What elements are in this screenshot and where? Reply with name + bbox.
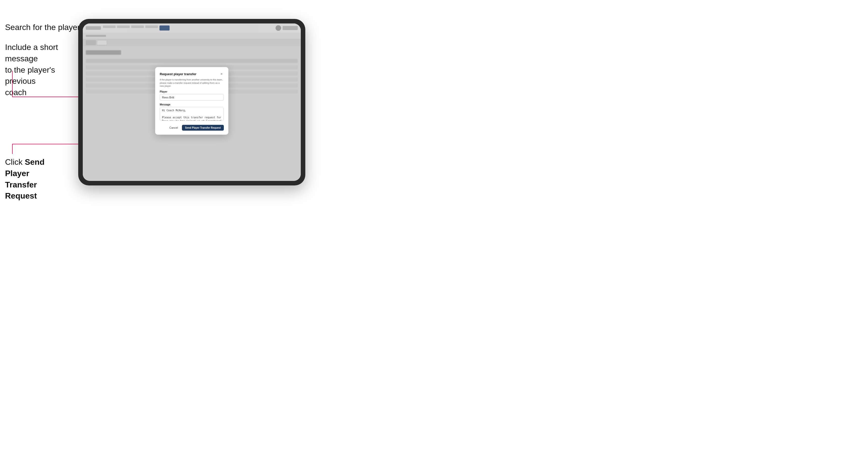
player-label: Player [160, 90, 224, 93]
modal-description: If the player is transferring from anoth… [160, 78, 224, 88]
message-label: Message [160, 103, 224, 106]
modal-footer: Cancel Send Player Transfer Request [160, 125, 224, 131]
cancel-button[interactable]: Cancel [167, 125, 180, 130]
annotation-message-text: Include a short message to the player's … [5, 42, 71, 98]
arrow-line-vertical-2 [12, 144, 12, 154]
modal-title: Request player transfer [160, 72, 196, 76]
send-transfer-request-button[interactable]: Send Player Transfer Request [182, 125, 224, 131]
modal-close-button[interactable]: × [219, 72, 224, 76]
annotation-click-text: Click Send Player Transfer Request [5, 156, 71, 201]
tablet-device: Request player transfer × If the player … [78, 19, 305, 185]
player-input[interactable] [160, 94, 224, 101]
annotation-search-text: Search for the player. [5, 23, 82, 32]
modal-dialog: Request player transfer × If the player … [155, 67, 228, 135]
tablet-screen: Request player transfer × If the player … [83, 24, 301, 181]
modal-header: Request player transfer × [160, 72, 224, 76]
arrow-line-vertical-1 [12, 71, 12, 97]
message-textarea[interactable]: Hi Coach McHarg, Please accept this tran… [160, 107, 224, 121]
